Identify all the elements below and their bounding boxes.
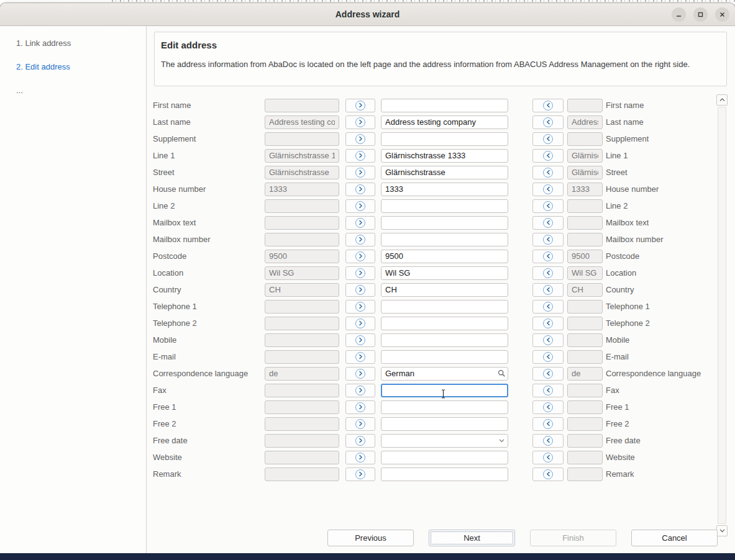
abadoc-source-field-supplement[interactable] xyxy=(265,132,339,146)
abacus-source-field-remark[interactable] xyxy=(567,467,603,481)
abadoc-source-field-location[interactable] xyxy=(265,266,339,280)
copy-abacus-to-result-button-free-1[interactable] xyxy=(532,400,564,414)
abacus-source-field-location[interactable] xyxy=(567,266,603,280)
result-field-website[interactable] xyxy=(381,451,508,464)
result-field-first-name[interactable] xyxy=(381,99,508,112)
copy-abadoc-to-result-button-last-name[interactable] xyxy=(345,115,375,129)
abacus-source-field-website[interactable] xyxy=(567,451,603,464)
copy-abadoc-to-result-button-country[interactable] xyxy=(345,283,375,297)
copy-abadoc-to-result-button-first-name[interactable] xyxy=(345,99,375,112)
copy-abacus-to-result-button-mailbox-number[interactable] xyxy=(532,233,564,246)
abadoc-source-field-postcode[interactable] xyxy=(265,250,339,263)
abadoc-source-field-telephone-2[interactable] xyxy=(265,317,339,330)
result-field-fax[interactable] xyxy=(381,384,508,397)
abadoc-source-field-street[interactable] xyxy=(265,166,339,179)
result-field-line-2[interactable] xyxy=(381,199,508,213)
result-field-line-1[interactable] xyxy=(381,149,508,163)
result-field-free-2[interactable] xyxy=(381,417,508,431)
abacus-source-field-mobile[interactable] xyxy=(567,333,603,347)
copy-abadoc-to-result-button-free-2[interactable] xyxy=(345,417,375,431)
copy-abacus-to-result-button-location[interactable] xyxy=(532,266,564,280)
copy-abacus-to-result-button-correspondence-language[interactable] xyxy=(532,367,564,381)
previous-button[interactable]: Previous xyxy=(327,530,414,546)
abacus-source-field-correspondence-language[interactable] xyxy=(567,367,603,381)
abadoc-source-field-first-name[interactable] xyxy=(265,99,339,112)
result-field-remark[interactable] xyxy=(381,467,508,481)
abacus-source-field-street[interactable] xyxy=(567,166,603,179)
copy-abadoc-to-result-button-mailbox-number[interactable] xyxy=(345,233,375,246)
copy-abadoc-to-result-button-telephone-1[interactable] xyxy=(345,300,375,314)
search-icon[interactable] xyxy=(497,369,506,378)
abadoc-source-field-line-1[interactable] xyxy=(265,149,339,163)
abacus-source-field-house-number[interactable] xyxy=(567,183,603,196)
abadoc-source-field-mailbox-text[interactable] xyxy=(265,216,339,230)
abacus-source-field-mailbox-text[interactable] xyxy=(567,216,603,230)
abadoc-source-field-last-name[interactable] xyxy=(265,115,339,129)
abadoc-source-field-fax[interactable] xyxy=(265,384,339,397)
result-field-house-number[interactable] xyxy=(381,183,508,196)
abacus-source-field-telephone-1[interactable] xyxy=(567,300,603,314)
copy-abacus-to-result-button-remark[interactable] xyxy=(532,467,564,481)
abacus-source-field-fax[interactable] xyxy=(567,384,603,397)
copy-abacus-to-result-button-mobile[interactable] xyxy=(532,333,564,347)
result-field-free-date[interactable] xyxy=(381,434,508,448)
abadoc-source-field-house-number[interactable] xyxy=(265,183,339,196)
copy-abacus-to-result-button-postcode[interactable] xyxy=(532,250,564,263)
abacus-source-field-line-2[interactable] xyxy=(567,199,603,213)
abacus-source-field-first-name[interactable] xyxy=(567,99,603,112)
copy-abadoc-to-result-button-line-2[interactable] xyxy=(345,199,375,213)
abadoc-source-field-country[interactable] xyxy=(265,283,339,297)
copy-abadoc-to-result-button-mailbox-text[interactable] xyxy=(345,216,375,230)
sidebar-step-edit-address[interactable]: 2. Edit address xyxy=(16,62,146,71)
copy-abadoc-to-result-button-postcode[interactable] xyxy=(345,250,375,263)
copy-abacus-to-result-button-telephone-1[interactable] xyxy=(532,300,564,314)
result-field-postcode[interactable] xyxy=(381,250,508,263)
copy-abadoc-to-result-button-street[interactable] xyxy=(345,166,375,179)
titlebar[interactable]: Address wizard xyxy=(0,3,735,26)
copy-abacus-to-result-button-supplement[interactable] xyxy=(532,132,564,146)
scrollbar-track[interactable] xyxy=(718,107,726,524)
copy-abacus-to-result-button-first-name[interactable] xyxy=(532,99,564,112)
abacus-source-field-free-date[interactable] xyxy=(567,434,603,448)
abadoc-source-field-free-2[interactable] xyxy=(265,417,339,431)
result-field-mobile[interactable] xyxy=(381,333,508,347)
maximize-button[interactable] xyxy=(693,7,708,22)
close-button[interactable] xyxy=(715,7,729,22)
result-field-country[interactable] xyxy=(381,283,508,297)
copy-abacus-to-result-button-mailbox-text[interactable] xyxy=(532,216,564,230)
result-field-last-name[interactable] xyxy=(381,115,508,129)
copy-abacus-to-result-button-free-2[interactable] xyxy=(532,417,564,431)
copy-abacus-to-result-button-telephone-2[interactable] xyxy=(532,317,564,330)
copy-abacus-to-result-button-country[interactable] xyxy=(532,283,564,297)
copy-abadoc-to-result-button-website[interactable] xyxy=(345,451,375,464)
copy-abacus-to-result-button-e-mail[interactable] xyxy=(532,350,564,364)
abacus-source-field-telephone-2[interactable] xyxy=(567,317,603,330)
result-field-location[interactable] xyxy=(381,266,508,280)
copy-abadoc-to-result-button-mobile[interactable] xyxy=(345,333,375,347)
sidebar-step-link-address[interactable]: 1. Link address xyxy=(16,38,146,48)
copy-abadoc-to-result-button-location[interactable] xyxy=(345,266,375,280)
abadoc-source-field-free-date[interactable] xyxy=(265,434,339,448)
abadoc-source-field-correspondence-language[interactable] xyxy=(265,367,339,381)
result-field-telephone-2[interactable] xyxy=(381,317,508,330)
result-field-telephone-1[interactable] xyxy=(381,300,508,314)
copy-abacus-to-result-button-last-name[interactable] xyxy=(532,115,564,129)
copy-abadoc-to-result-button-house-number[interactable] xyxy=(345,183,375,196)
copy-abacus-to-result-button-line-1[interactable] xyxy=(532,149,564,163)
abacus-source-field-mailbox-number[interactable] xyxy=(567,233,603,246)
abadoc-source-field-telephone-1[interactable] xyxy=(265,300,339,314)
abadoc-source-field-website[interactable] xyxy=(265,451,339,464)
abadoc-source-field-mobile[interactable] xyxy=(265,333,339,347)
copy-abadoc-to-result-button-line-1[interactable] xyxy=(345,149,375,163)
minimize-button[interactable] xyxy=(672,7,686,22)
abacus-source-field-country[interactable] xyxy=(567,283,603,297)
copy-abadoc-to-result-button-e-mail[interactable] xyxy=(345,350,375,364)
copy-abadoc-to-result-button-supplement[interactable] xyxy=(345,132,375,146)
scroll-down-button[interactable] xyxy=(716,525,728,536)
abacus-source-field-last-name[interactable] xyxy=(567,115,603,129)
copy-abadoc-to-result-button-free-date[interactable] xyxy=(345,434,375,448)
copy-abacus-to-result-button-fax[interactable] xyxy=(532,384,564,397)
abacus-source-field-supplement[interactable] xyxy=(567,132,603,146)
copy-abacus-to-result-button-website[interactable] xyxy=(532,451,564,464)
abacus-source-field-free-2[interactable] xyxy=(567,417,603,431)
